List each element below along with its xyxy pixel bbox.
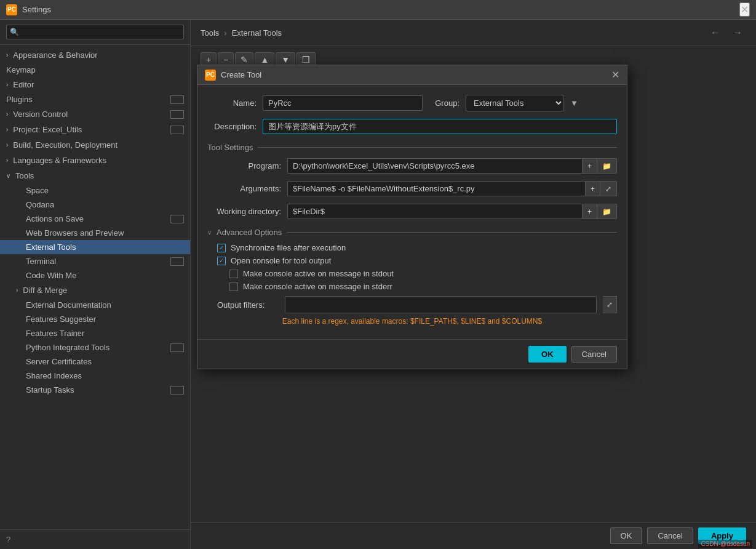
sync-files-checkbox[interactable]: [217, 244, 226, 252]
console-stderr-checkbox[interactable]: [229, 283, 238, 291]
dialog-cancel-button[interactable]: Cancel: [571, 346, 617, 363]
arguments-label: Arguments:: [207, 184, 281, 193]
settings-cancel-button[interactable]: Cancel: [647, 527, 693, 544]
sidebar-item-plugins[interactable]: Plugins: [0, 92, 190, 106]
working-dir-browse-button[interactable]: 📁: [597, 204, 617, 219]
sidebar-item-label: External Documentation: [26, 300, 111, 310]
sidebar-item-label: Project: Excel_Utils: [13, 125, 168, 134]
sidebar-item-external-tools[interactable]: External Tools: [0, 240, 190, 254]
program-input[interactable]: [287, 158, 583, 174]
sidebar-item-startup-tasks[interactable]: Startup Tasks: [0, 383, 190, 397]
title-bar: PC Settings ✕: [0, 0, 756, 20]
badge-icon: [170, 386, 184, 395]
description-input[interactable]: [263, 119, 617, 134]
sidebar-item-label: Keymap: [6, 65, 36, 74]
sidebar-item-version-control[interactable]: › Version Control: [0, 106, 190, 122]
sidebar-item-label: Languages & Frameworks: [13, 156, 106, 165]
sidebar-item-label: Startup Tasks: [26, 385, 170, 395]
sidebar-item-label: External Tools: [26, 242, 76, 252]
sidebar-item-features-trainer[interactable]: Features Trainer: [0, 326, 190, 340]
dialog-ok-button[interactable]: OK: [528, 346, 567, 363]
search-icon: 🔍: [10, 28, 19, 36]
forward-button[interactable]: →: [729, 26, 746, 39]
arrow-icon: ›: [6, 111, 8, 118]
open-console-checkbox[interactable]: [217, 257, 226, 265]
back-button[interactable]: ←: [707, 26, 724, 39]
console-stdout-checkbox[interactable]: [229, 270, 238, 278]
sidebar-item-diff-merge[interactable]: › Diff & Merge: [0, 283, 190, 298]
sidebar-item-server-certs[interactable]: Server Certificates: [0, 355, 190, 369]
sidebar-item-keymap[interactable]: Keymap: [0, 63, 190, 77]
open-console-label: Open console for tool output: [231, 256, 331, 265]
breadcrumb-nav: ← →: [707, 26, 746, 39]
open-console-row: Open console for tool output: [207, 256, 617, 265]
sidebar-item-qodana[interactable]: Qodana: [0, 198, 190, 212]
sidebar-item-label: Version Control: [13, 110, 168, 119]
output-filters-expand-button[interactable]: ⤢: [603, 296, 617, 313]
console-stderr-label: Make console active on message in stderr: [243, 282, 392, 291]
sidebar-item-label: Qodana: [26, 200, 54, 209]
program-add-button[interactable]: +: [583, 158, 597, 174]
sidebar-item-label: Server Certificates: [26, 357, 92, 366]
output-filters-label: Output filters:: [217, 300, 279, 310]
settings-ok-button[interactable]: OK: [610, 527, 643, 544]
nav-list: › Appearance & Behavior Keymap › Editor …: [0, 45, 190, 529]
dialog-title-bar: PC Create Tool ✕: [197, 65, 627, 85]
arguments-expand-button[interactable]: ⤢: [600, 181, 617, 196]
sidebar-item-label: Code With Me: [26, 271, 76, 280]
description-row: Description:: [207, 119, 617, 134]
search-input[interactable]: [6, 25, 184, 39]
sync-files-row: Synchronize files after execution: [207, 243, 617, 252]
arguments-input[interactable]: [287, 181, 586, 196]
working-dir-add-button[interactable]: +: [583, 204, 597, 219]
sidebar-item-label: Tools: [15, 171, 34, 180]
search-box: 🔍: [0, 20, 190, 45]
sidebar-item-terminal[interactable]: Terminal: [0, 254, 190, 268]
sidebar-item-appearance[interactable]: › Appearance & Behavior: [0, 47, 190, 63]
console-stdout-row: Make console active on message in stdout: [207, 269, 617, 278]
sidebar-item-tools[interactable]: ∨ Tools: [0, 168, 190, 183]
program-input-group: + 📁: [287, 158, 617, 174]
badge-icon: [170, 257, 184, 266]
name-label: Name:: [207, 98, 257, 108]
breadcrumb-separator: ›: [224, 28, 226, 38]
bottom-bar: OK Cancel Apply: [191, 522, 756, 549]
sidebar-item-code-with-me[interactable]: Code With Me: [0, 268, 190, 283]
arguments-add-button[interactable]: +: [586, 181, 600, 196]
output-filters-input[interactable]: [285, 296, 597, 313]
close-window-button[interactable]: ✕: [739, 2, 750, 17]
arrow-icon: ›: [6, 157, 8, 164]
sidebar-item-label: Actions on Save: [26, 214, 170, 223]
breadcrumb-tools: Tools: [201, 28, 219, 38]
sidebar-item-python-integrated[interactable]: Python Integrated Tools: [0, 340, 190, 355]
program-browse-button[interactable]: 📁: [597, 158, 617, 174]
arguments-row: Arguments: + ⤢: [207, 181, 617, 196]
arrow-icon: ›: [6, 142, 8, 148]
sidebar-item-web-browsers[interactable]: Web Browsers and Preview: [0, 226, 190, 240]
tool-settings-section: Tool Settings: [207, 143, 617, 152]
working-dir-input[interactable]: [287, 204, 583, 219]
sidebar-item-label: Space: [26, 186, 49, 195]
badge-icon: [170, 343, 184, 352]
sidebar-item-label: Appearance & Behavior: [13, 50, 97, 60]
help-button[interactable]: ?: [6, 535, 10, 544]
sidebar-item-build[interactable]: › Build, Execution, Deployment: [0, 137, 190, 153]
name-input[interactable]: [263, 95, 423, 111]
sidebar-item-space[interactable]: Space: [0, 183, 190, 198]
sidebar-item-actions-on-save[interactable]: Actions on Save: [0, 212, 190, 226]
group-select[interactable]: External Tools: [466, 95, 564, 111]
sidebar-item-label: Plugins: [6, 95, 170, 104]
sidebar-item-editor[interactable]: › Editor: [0, 77, 190, 92]
advanced-options-label: Advanced Options: [217, 228, 282, 237]
sidebar-item-shared-indexes[interactable]: Shared Indexes: [0, 369, 190, 383]
sidebar-item-label: Features Suggester: [26, 315, 96, 324]
dialog-title: Create Tool: [221, 70, 261, 79]
sidebar-item-project[interactable]: › Project: Excel_Utils: [0, 122, 190, 137]
arrow-icon: ∨: [6, 172, 10, 179]
sidebar-item-languages[interactable]: › Languages & Frameworks: [0, 153, 190, 168]
sidebar-item-external-docs[interactable]: External Documentation: [0, 298, 190, 312]
program-label: Program:: [207, 161, 281, 170]
arrow-icon: ›: [6, 52, 8, 58]
dialog-close-button[interactable]: ✕: [611, 69, 619, 81]
sidebar-item-features-suggester[interactable]: Features Suggester: [0, 312, 190, 326]
